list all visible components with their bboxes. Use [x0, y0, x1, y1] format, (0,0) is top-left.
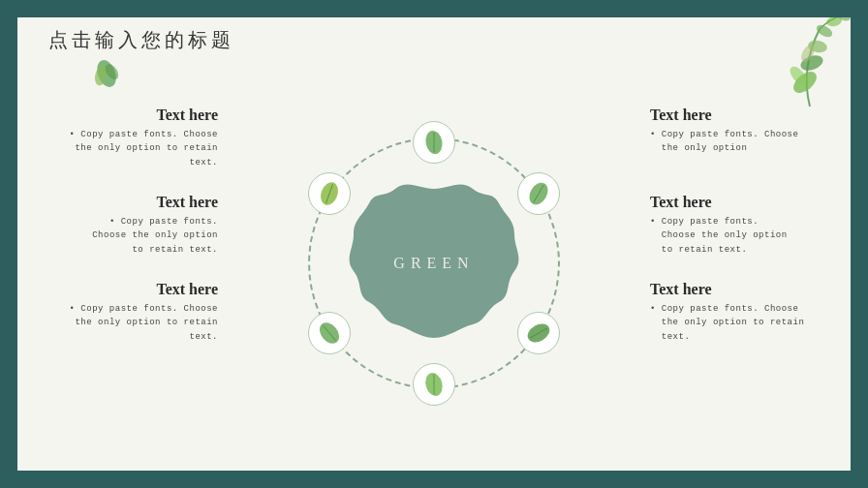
text-block-bot-left: Text here • Copy paste fonts. Choose the… [29, 281, 218, 344]
leaf-node-bottom-left [308, 312, 351, 354]
tb-bot-left-title: Text here [29, 281, 218, 298]
text-block-mid-left: Text here • Copy paste fonts. Choose the… [29, 194, 218, 257]
leaf-node-bottom-right [517, 312, 560, 354]
slide-title[interactable]: 点击输入您的标题 [48, 27, 234, 53]
tb-top-left-body: • Copy paste fonts. Choose the only opti… [29, 128, 218, 169]
leaf-node-top [413, 121, 455, 164]
tb-mid-left-title: Text here [29, 194, 218, 211]
text-block-mid-right: Text here • Copy paste fonts. Choose the… [650, 194, 839, 257]
tb-top-right-body: • Copy paste fonts. Choose the only opti… [650, 128, 839, 156]
header-leaf-icon [89, 56, 124, 91]
text-block-bot-right: Text here • Copy paste fonts. Choose the… [650, 281, 839, 344]
center-circle-svg: GREEN [342, 171, 526, 355]
leaf-node-top-left [308, 172, 351, 215]
tb-bot-right-title: Text here [650, 281, 839, 298]
tb-mid-right-title: Text here [650, 194, 839, 211]
leaf-node-bottom [413, 363, 455, 406]
slide: 点击输入您的标题 GREEN [0, 0, 868, 488]
tb-mid-right-body: • Copy paste fonts. Choose the only opti… [650, 215, 839, 257]
tb-bot-left-body: • Copy paste fonts. Choose the only opti… [29, 302, 218, 344]
leaf-node-top-right [517, 172, 560, 215]
tb-mid-left-body: • Copy paste fonts. Choose the only opti… [29, 215, 218, 257]
top-right-botanical [732, 10, 858, 116]
text-block-top-right: Text here • Copy paste fonts. Choose the… [650, 107, 839, 156]
tb-top-right-title: Text here [650, 107, 839, 124]
text-block-top-left: Text here • Copy paste fonts. Choose the… [29, 107, 218, 169]
tb-bot-right-body: • Copy paste fonts. Choose the only opti… [650, 302, 839, 344]
tb-top-left-title: Text here [29, 107, 218, 124]
center-label: GREEN [393, 255, 474, 271]
header: 点击输入您的标题 [48, 27, 234, 53]
center-diagram: GREEN [279, 108, 589, 418]
